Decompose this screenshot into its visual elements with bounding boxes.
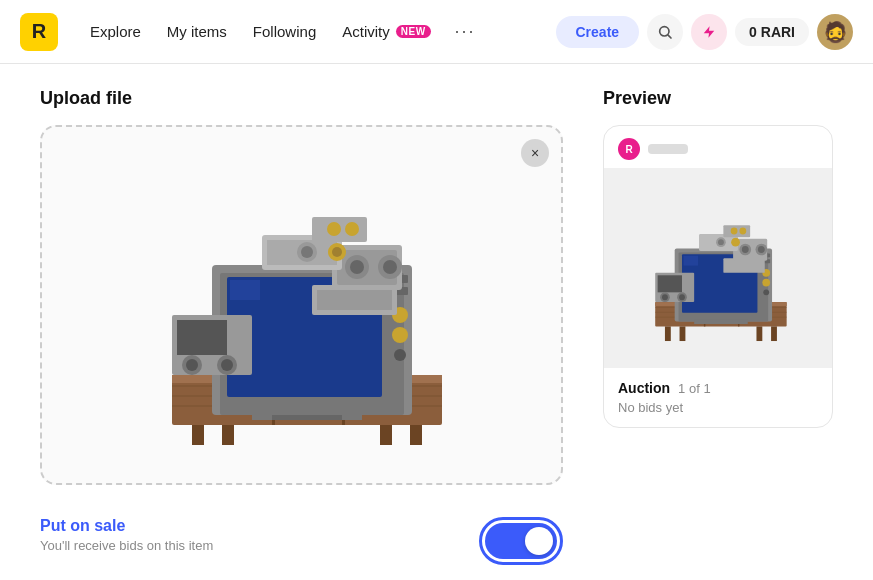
nav-more-button[interactable]: ··· (445, 15, 486, 48)
preview-auction-row: Auction 1 of 1 (618, 380, 818, 396)
svg-point-36 (350, 260, 364, 274)
svg-rect-24 (272, 415, 342, 420)
preview-artwork (626, 178, 811, 358)
preview-footer: Auction 1 of 1 No bids yet (604, 368, 832, 427)
svg-rect-17 (230, 280, 260, 300)
nav-right: Create 0 RARI 🧔 (556, 14, 854, 50)
sale-description: You'll receive bids on this item (40, 538, 213, 553)
no-bids-text: No bids yet (618, 400, 818, 415)
svg-rect-6 (222, 425, 234, 445)
svg-rect-52 (756, 326, 762, 341)
svg-point-87 (739, 228, 746, 235)
nav-item-my-items[interactable]: My items (155, 17, 239, 46)
put-on-sale-toggle-wrap (479, 517, 563, 565)
preview-title: Preview (603, 88, 833, 109)
preview-avatar: R (618, 138, 640, 160)
svg-point-22 (394, 349, 406, 361)
svg-point-28 (186, 359, 198, 371)
svg-rect-32 (317, 290, 392, 310)
svg-marker-2 (704, 26, 715, 38)
svg-point-78 (741, 246, 748, 253)
svg-point-80 (757, 246, 764, 253)
svg-rect-50 (664, 326, 670, 341)
preview-card-header: R (604, 126, 832, 168)
auction-count: 1 of 1 (678, 381, 711, 396)
put-on-sale-toggle[interactable] (485, 523, 557, 559)
svg-rect-53 (771, 326, 777, 341)
svg-point-38 (383, 260, 397, 274)
svg-line-1 (668, 35, 671, 38)
svg-point-72 (662, 294, 668, 300)
put-on-sale-section: Put on sale You'll receive bids on this … (40, 517, 563, 565)
svg-point-44 (332, 247, 342, 257)
uploaded-image (112, 165, 492, 445)
preview-image (604, 168, 832, 368)
svg-point-30 (221, 359, 233, 371)
svg-point-67 (763, 289, 769, 295)
create-button[interactable]: Create (556, 16, 640, 48)
svg-point-47 (345, 222, 359, 236)
navbar: R Explore My items Following Activity NE… (0, 0, 873, 64)
left-panel: Upload file × (40, 88, 563, 580)
svg-point-83 (718, 239, 724, 245)
svg-rect-8 (410, 425, 422, 445)
rari-balance[interactable]: 0 RARI (735, 18, 809, 46)
sale-label[interactable]: Put on sale (40, 517, 213, 535)
upload-close-button[interactable]: × (521, 139, 549, 167)
toggle-thumb (525, 527, 553, 555)
svg-point-42 (301, 246, 313, 258)
preview-username-bar (648, 144, 688, 154)
activity-badge: NEW (396, 25, 431, 38)
svg-rect-68 (694, 319, 748, 324)
auction-label: Auction (618, 380, 670, 396)
search-button[interactable] (647, 14, 683, 50)
svg-rect-5 (192, 425, 204, 445)
upload-section-title: Upload file (40, 88, 563, 109)
svg-point-86 (730, 228, 737, 235)
user-avatar[interactable]: 🧔 (817, 14, 853, 50)
right-panel: Preview R (603, 88, 833, 580)
lightning-button[interactable] (691, 14, 727, 50)
main-content: Upload file × (0, 64, 873, 580)
svg-point-21 (392, 327, 408, 343)
svg-rect-70 (657, 275, 681, 292)
sale-text: Put on sale You'll receive bids on this … (40, 517, 213, 553)
logo-letter: R (32, 20, 46, 43)
nav-links: Explore My items Following Activity NEW … (78, 15, 552, 48)
svg-rect-51 (679, 326, 685, 341)
svg-rect-26 (177, 320, 227, 355)
nav-item-activity[interactable]: Activity NEW (330, 17, 442, 46)
upload-dropzone[interactable]: × (40, 125, 563, 485)
search-icon (657, 24, 673, 40)
nav-item-explore[interactable]: Explore (78, 17, 153, 46)
nav-item-following[interactable]: Following (241, 17, 328, 46)
svg-point-84 (731, 238, 740, 247)
lightning-icon (702, 25, 716, 39)
preview-card: R (603, 125, 833, 428)
svg-rect-62 (683, 256, 698, 266)
svg-point-46 (327, 222, 341, 236)
svg-rect-7 (380, 425, 392, 445)
svg-point-66 (762, 279, 770, 287)
logo[interactable]: R (20, 13, 58, 51)
svg-point-74 (679, 294, 685, 300)
